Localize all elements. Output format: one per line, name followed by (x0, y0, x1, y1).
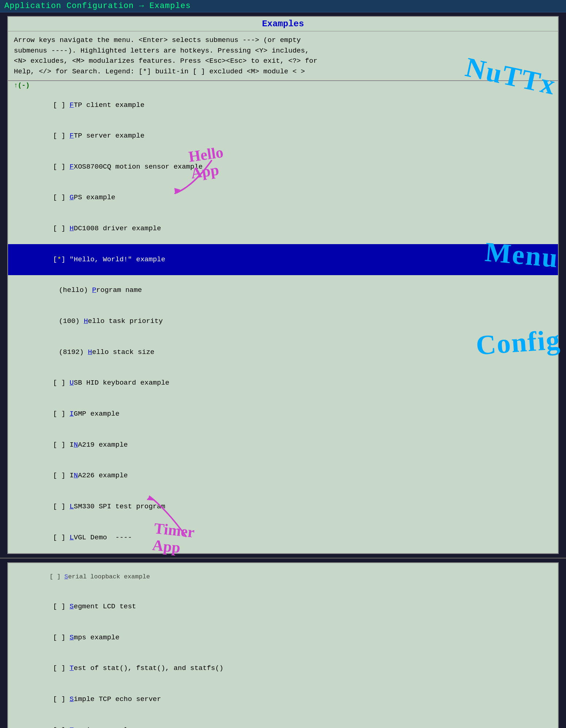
list-item[interactable]: [ ] GPS example (8, 182, 558, 213)
list-item[interactable]: [ ] FXOS8700CQ motion sensor example (8, 151, 558, 182)
title-bar: Application Configuration → Examples (0, 0, 566, 12)
page-wrapper: Application Configuration → Examples Exa… (0, 0, 566, 728)
main-window-bottom: [ ] Serial loopback example [ ] Segment … (7, 562, 559, 728)
list-item[interactable]: (100) Hello task priority (8, 306, 558, 337)
list-item[interactable]: [ ] INA226 example (8, 461, 558, 492)
list-item[interactable]: (hello) Program name (8, 275, 558, 306)
list-item[interactable]: [ ] IGMP example (8, 398, 558, 430)
help-text: Arrow keys navigate the menu. <Enter> se… (8, 31, 558, 81)
list-item[interactable]: [ ] Segment LCD test (8, 592, 558, 623)
title-bar-text: Application Configuration → Examples (4, 1, 191, 11)
window-title: Examples (8, 17, 558, 31)
list-item[interactable]: [ ] USB HID keyboard example (8, 368, 558, 399)
list-item[interactable]: [ ] FTP client example (8, 90, 558, 121)
scroll-indicator-top: ↑(-) (8, 81, 558, 90)
section-break (0, 558, 566, 559)
list-item[interactable]: [ ] Smps example (8, 622, 558, 653)
list-item[interactable]: [ ] Test of stat(), fstat(), and statfs(… (8, 653, 558, 684)
list-item[interactable]: [ ] INA219 example (8, 430, 558, 461)
list-item[interactable]: [ ] LVGL Demo ---- (8, 522, 558, 553)
list-item[interactable]: [ ] Simple TCP echo server (8, 684, 558, 715)
list-item[interactable]: [ ] Termios example (8, 715, 558, 728)
main-window-top: Examples Arrow keys navigate the menu. <… (7, 16, 559, 554)
list-item[interactable]: [ ] LSM330 SPI test program (8, 491, 558, 522)
menu-section-bottom: [ ] Serial loopback example [ ] Segment … (8, 563, 558, 728)
list-item[interactable]: [ ] FTP server example (8, 121, 558, 152)
list-item[interactable]: [ ] Serial loopback example (8, 563, 558, 592)
menu-section-top: ↑(-) [ ] FTP client example [ ] FTP serv… (8, 81, 558, 553)
list-item-hello-world[interactable]: [*] "Hello, World!" example (8, 244, 558, 275)
list-item[interactable]: (8192) Hello stack size (8, 337, 558, 368)
list-item[interactable]: [ ] HDC1008 driver example (8, 213, 558, 244)
